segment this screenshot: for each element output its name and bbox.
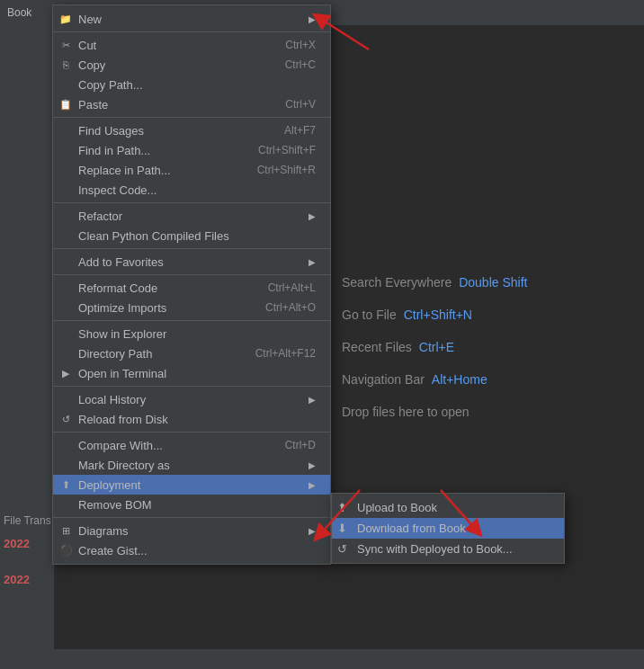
- hint-navigation-bar-shortcut: Alt+Home: [432, 372, 487, 387]
- hint-go-to-file-label: Go to File: [342, 308, 397, 322]
- hint-search-everywhere-label: Search Everywhere: [342, 275, 452, 290]
- diagrams-arrow-icon: ▶: [309, 526, 316, 536]
- menu-item-add-to-favorites[interactable]: Add to Favorites ▶: [53, 252, 330, 272]
- terminal-icon: ▶: [58, 366, 73, 380]
- refactor-arrow-icon: ▶: [309, 211, 316, 221]
- context-menu: 📁 New ▶ ✂ Cut Ctrl+X ⎘ Copy Ctrl+C Copy …: [52, 4, 331, 565]
- github-icon: ⚫: [58, 543, 73, 558]
- menu-item-diagrams[interactable]: ⊞ Diagrams ▶: [53, 521, 330, 540]
- submenu-item-upload[interactable]: ⬆ Upload to Book: [332, 497, 564, 518]
- hint-search-everywhere: Search Everywhere Double Shift: [342, 275, 527, 290]
- year-marker-2: 2022: [0, 571, 33, 588]
- menu-copy-label: Copy: [78, 58, 105, 72]
- menu-item-clean-python[interactable]: Clean Python Compiled Files: [53, 226, 330, 245]
- status-bar: [0, 649, 644, 669]
- divider-8: [53, 432, 330, 433]
- hint-recent-files-shortcut: Ctrl+E: [419, 340, 454, 354]
- menu-item-paste[interactable]: 📋 Paste Ctrl+V: [53, 94, 330, 114]
- menu-item-refactor[interactable]: Refactor ▶: [53, 206, 330, 226]
- menu-terminal-label: Open in Terminal: [78, 367, 166, 380]
- menu-item-compare-with[interactable]: Compare With... Ctrl+D: [53, 435, 330, 455]
- menu-show-explorer-label: Show in Explorer: [78, 327, 166, 341]
- menu-item-find-in-path[interactable]: Find in Path... Ctrl+Shift+F: [53, 140, 330, 160]
- menu-replace-in-path-shortcut: Ctrl+Shift+R: [257, 164, 316, 176]
- menu-cut-shortcut: Ctrl+X: [285, 39, 316, 51]
- menu-refactor-label: Refactor: [78, 210, 122, 223]
- hint-recent-files-label: Recent Files: [342, 340, 412, 354]
- menu-item-replace-in-path[interactable]: Replace in Path... Ctrl+Shift+R: [53, 160, 330, 180]
- menu-find-in-path-label: Find in Path...: [78, 144, 150, 157]
- hint-go-to-file: Go to File Ctrl+Shift+N: [342, 308, 472, 322]
- sync-icon: ↺: [337, 542, 347, 556]
- menu-copy-shortcut: Ctrl+C: [285, 58, 316, 71]
- menu-item-new[interactable]: 📁 New ▶: [53, 9, 330, 29]
- menu-add-favorites-label: Add to Favorites: [78, 255, 164, 269]
- menu-reformat-label: Reformat Code: [78, 281, 157, 295]
- menu-mark-directory-label: Mark Directory as: [78, 459, 170, 472]
- divider-4: [53, 248, 330, 249]
- menu-reformat-shortcut: Ctrl+Alt+L: [268, 281, 316, 294]
- ide-title-label: Book: [7, 6, 31, 19]
- deployment-icon: ⬆: [58, 477, 73, 492]
- menu-item-create-gist[interactable]: ⚫ Create Gist...: [53, 540, 330, 560]
- menu-compare-label: Compare With...: [78, 439, 163, 452]
- menu-item-copy[interactable]: ⎘ Copy Ctrl+C: [53, 55, 330, 75]
- menu-item-local-history[interactable]: Local History ▶: [53, 389, 330, 409]
- divider-2: [53, 117, 330, 118]
- reload-icon: ↺: [58, 412, 73, 426]
- menu-find-in-path-shortcut: Ctrl+Shift+F: [258, 144, 316, 156]
- cut-icon: ✂: [58, 38, 73, 52]
- folder-icon: 📁: [58, 12, 73, 26]
- copy-icon: ⎘: [58, 58, 73, 72]
- hint-navigation-bar: Navigation Bar Alt+Home: [342, 372, 487, 387]
- divider-9: [53, 517, 330, 518]
- menu-item-remove-bom[interactable]: Remove BOM: [53, 495, 330, 514]
- menu-remove-bom-label: Remove BOM: [78, 498, 152, 512]
- menu-item-reformat-code[interactable]: Reformat Code Ctrl+Alt+L: [53, 278, 330, 298]
- menu-item-cut[interactable]: ✂ Cut Ctrl+X: [53, 35, 330, 55]
- menu-inspect-code-label: Inspect Code...: [78, 183, 157, 197]
- divider-6: [53, 320, 330, 321]
- menu-cut-label: Cut: [78, 39, 96, 52]
- menu-item-open-in-terminal[interactable]: ▶ Open in Terminal: [53, 363, 330, 383]
- divider-7: [53, 386, 330, 387]
- menu-optimize-label: Optimize Imports: [78, 301, 166, 315]
- hint-search-everywhere-shortcut: Double Shift: [459, 275, 527, 290]
- hint-recent-files: Recent Files Ctrl+E: [342, 340, 454, 354]
- menu-compare-shortcut: Ctrl+D: [285, 439, 316, 451]
- paste-icon: 📋: [58, 97, 73, 112]
- menu-item-reload-from-disk[interactable]: ↺ Reload from Disk: [53, 409, 330, 429]
- menu-item-optimize-imports[interactable]: Optimize Imports Ctrl+Alt+O: [53, 298, 330, 317]
- menu-replace-in-path-label: Replace in Path...: [78, 164, 171, 177]
- drop-files-text: Drop files here to open: [342, 405, 470, 419]
- menu-item-directory-path[interactable]: Directory Path Ctrl+Alt+F12: [53, 343, 330, 363]
- submenu-item-download[interactable]: ⬇ Download from Book: [332, 518, 564, 539]
- favorites-arrow-icon: ▶: [309, 257, 316, 267]
- menu-directory-path-label: Directory Path: [78, 347, 152, 361]
- hint-go-to-file-shortcut: Ctrl+Shift+N: [404, 308, 472, 322]
- divider-1: [53, 31, 330, 32]
- menu-item-deployment[interactable]: ⬆ Deployment ▶: [53, 475, 330, 495]
- menu-find-usages-shortcut: Alt+F7: [284, 124, 316, 137]
- menu-item-copy-path[interactable]: Copy Path...: [53, 75, 330, 94]
- menu-find-usages-label: Find Usages: [78, 124, 144, 138]
- menu-local-history-label: Local History: [78, 393, 146, 406]
- menu-item-inspect-code[interactable]: Inspect Code...: [53, 180, 330, 200]
- menu-item-find-usages[interactable]: Find Usages Alt+F7: [53, 120, 330, 140]
- menu-optimize-shortcut: Ctrl+Alt+O: [265, 301, 316, 314]
- menu-new-label: New: [78, 13, 102, 26]
- submenu-sync-label: Sync with Deployed to Book...: [357, 542, 513, 556]
- deployment-arrow-icon: ▶: [309, 480, 316, 490]
- hint-navigation-bar-label: Navigation Bar: [342, 372, 425, 387]
- submenu-item-sync[interactable]: ↺ Sync with Deployed to Book...: [332, 539, 564, 559]
- menu-diagrams-label: Diagrams: [78, 524, 129, 538]
- diagrams-icon: ⊞: [58, 523, 73, 538]
- year-marker-1: 2022: [0, 535, 33, 552]
- menu-item-show-in-explorer[interactable]: Show in Explorer: [53, 324, 330, 343]
- divider-3: [53, 202, 330, 203]
- download-icon: ⬇: [337, 522, 347, 535]
- right-panel: Search Everywhere Double Shift Go to Fil…: [324, 25, 644, 669]
- menu-item-mark-directory[interactable]: Mark Directory as ▶: [53, 455, 330, 475]
- upload-icon: ⬆: [337, 501, 347, 514]
- submenu-download-label: Download from Book: [357, 522, 466, 535]
